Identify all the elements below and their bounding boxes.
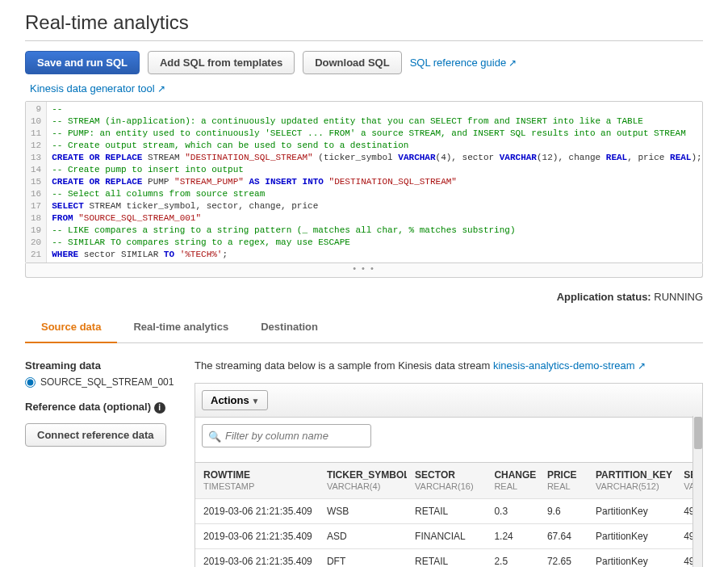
editor-code[interactable]: ---- STREAM (in-application): a continuo… [47, 102, 702, 262]
column-header[interactable]: PRICEREAL [539, 463, 588, 499]
table-row[interactable]: 2019-03-06 21:21:35.409ASDFINANCIAL1.246… [195, 524, 702, 549]
editor-gutter: 9101112131415161718192021 [26, 102, 47, 262]
kinesis-data-generator-link[interactable]: Kinesis data generator tool [30, 82, 165, 94]
save-run-sql-button[interactable]: Save and run SQL [25, 51, 140, 74]
editor-splitter[interactable]: • • • [25, 263, 703, 278]
data-table: ROWTIMETIMESTAMPTICKER_SYMBOLVARCHAR(4)S… [195, 463, 702, 567]
streaming-data-header: Streaming data [25, 359, 178, 372]
search-icon: 🔍 [208, 430, 221, 442]
table-row[interactable]: 2019-03-06 21:21:35.409WSBRETAIL0.39.6Pa… [195, 499, 702, 524]
filter-input[interactable] [202, 424, 371, 447]
column-header[interactable]: CHANGEREAL [486, 463, 539, 499]
reference-data-header: Reference data (optional) i [25, 401, 178, 414]
column-header[interactable]: PARTITION_KEYVARCHAR(512) [588, 463, 676, 499]
application-status: Application status: RUNNING [25, 291, 703, 303]
connect-reference-data-button[interactable]: Connect reference data [25, 423, 166, 447]
page-title: Real-time analytics [25, 8, 703, 41]
status-label: Application status: [557, 291, 651, 303]
status-value: RUNNING [654, 291, 703, 303]
demo-stream-link[interactable]: kinesis-analytics-demo-stream [493, 359, 646, 372]
add-sql-templates-button[interactable]: Add SQL from templates [148, 51, 295, 74]
tabs: Source data Real-time analytics Destinat… [25, 313, 703, 343]
column-header[interactable]: ROWTIMETIMESTAMP [195, 463, 319, 499]
info-icon[interactable]: i [154, 402, 165, 414]
sample-description: The streaming data below is a sample fro… [195, 359, 703, 372]
tab-source-data[interactable]: Source data [25, 313, 117, 343]
tab-real-time-analytics[interactable]: Real-time analytics [117, 313, 245, 342]
column-header[interactable]: SECTORVARCHAR(16) [407, 463, 486, 499]
tab-destination[interactable]: Destination [245, 313, 334, 342]
sql-editor[interactable]: 9101112131415161718192021 ---- STREAM (i… [25, 101, 703, 263]
data-table-container: Actions 🔍 ROWTIMETIMESTAMPTICKER_SYMBOLV… [195, 383, 703, 567]
sql-reference-guide-link[interactable]: SQL reference guide [410, 57, 517, 69]
actions-dropdown[interactable]: Actions [202, 390, 268, 410]
stream-name: SOURCE_SQL_STREAM_001 [40, 376, 174, 388]
download-sql-button[interactable]: Download SQL [303, 51, 401, 74]
vertical-scrollbar[interactable] [692, 416, 702, 567]
table-row[interactable]: 2019-03-06 21:21:35.409DFTRETAIL2.572.65… [195, 549, 702, 568]
sql-toolbar: Save and run SQL Add SQL from templates … [25, 51, 703, 74]
stream-radio[interactable] [25, 377, 36, 388]
column-header[interactable]: TICKER_SYMBOLVARCHAR(4) [319, 463, 407, 499]
